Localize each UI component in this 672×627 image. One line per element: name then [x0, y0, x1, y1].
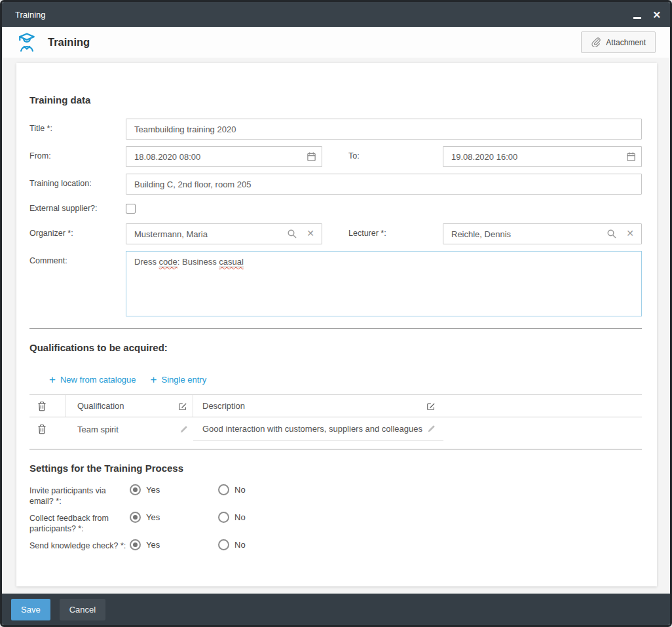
external-supplier-label: External supplier?: [29, 204, 126, 213]
setting-row-knowledge: Send knowledge check? *: Yes No [29, 539, 642, 567]
comment-misspelled-word: code [159, 257, 177, 267]
settings-group: Invite participants via email? *: Yes No… [29, 484, 642, 567]
comment-textarea[interactable]: Dress code: Business casual [126, 251, 642, 316]
minimize-button[interactable] [633, 8, 642, 21]
comment-misspelled-word: casual [219, 257, 244, 267]
title-label: Title *: [29, 119, 126, 133]
knowledge-label: Send knowledge check? *: [29, 539, 128, 551]
single-entry-link[interactable]: + Single entry [151, 374, 207, 385]
radio-icon[interactable] [218, 512, 229, 523]
setting-row-feedback: Collect feedback from participants? *: Y… [29, 512, 642, 539]
feedback-label: Collect feedback from participants? *: [29, 512, 128, 535]
qualification-row: Team spirit Good interaction with custom… [29, 417, 642, 441]
delete-row-icon[interactable] [37, 424, 47, 434]
window-title: Training [15, 10, 45, 20]
setting-row-invite: Invite participants via email? *: Yes No [29, 484, 642, 512]
option-label: Yes [146, 512, 160, 522]
from-calendar-icon[interactable] [307, 151, 316, 164]
attachment-button[interactable]: Attachment [581, 31, 656, 53]
invite-label: Invite participants via email? *: [29, 484, 128, 507]
comment-row: Comment: Dress code: Business casual [29, 251, 642, 316]
lecturer-search-icon[interactable] [607, 229, 617, 242]
radio-icon[interactable] [218, 484, 229, 495]
edit-qualification-column-icon[interactable] [178, 402, 187, 411]
section-settings: Settings for the Training Process [29, 463, 642, 474]
comment-text: : Business [177, 257, 219, 267]
option-label: No [234, 540, 246, 550]
title-row: Title *: [29, 119, 642, 140]
content-area: Training data Title *: From: [2, 58, 670, 594]
single-entry-label: Single entry [162, 375, 207, 385]
location-input[interactable] [126, 174, 642, 195]
qualification-column-header: Qualification [77, 401, 124, 411]
location-row: Training location: [29, 174, 642, 195]
section-divider [29, 449, 642, 449]
cancel-button[interactable]: Cancel [60, 599, 105, 620]
lecturer-label: Lecturer *: [348, 223, 443, 238]
plus-icon: + [49, 374, 56, 385]
option-label: Yes [146, 540, 160, 550]
description-column-header: Description [202, 401, 245, 411]
from-label: From: [29, 146, 126, 161]
titlebar: Training ✕ [2, 2, 670, 27]
external-supplier-row: External supplier?: [29, 201, 642, 216]
plus-icon: + [151, 374, 157, 385]
location-label: Training location: [29, 174, 126, 188]
comment-label: Comment: [29, 251, 126, 265]
section-training-data: Training data [29, 94, 642, 105]
footer-bar: Save Cancel [2, 594, 670, 625]
new-from-catalogue-label: New from catalogue [60, 375, 136, 385]
new-from-catalogue-link[interactable]: + New from catalogue [49, 374, 136, 385]
form-card: Training data Title *: From: [16, 63, 657, 586]
to-label: To: [348, 146, 443, 161]
option-label: Yes [146, 485, 160, 495]
feedback-no-option[interactable]: No [218, 512, 307, 523]
page-header: Training Attachment [2, 27, 670, 58]
qualification-actions: + New from catalogue + Single entry [29, 374, 642, 385]
window-controls: ✕ [633, 8, 661, 21]
training-window: Training ✕ Training Attachment [0, 0, 672, 627]
invite-yes-option[interactable]: Yes [130, 484, 218, 495]
radio-icon[interactable] [218, 539, 229, 550]
option-label: No [234, 485, 246, 495]
organizer-search-icon[interactable] [287, 229, 297, 242]
people-row: Organizer *: ✕ Lecturer *: [29, 223, 642, 244]
save-button[interactable]: Save [11, 599, 50, 620]
feedback-yes-option[interactable]: Yes [130, 512, 218, 523]
edit-description-icon[interactable] [427, 425, 436, 433]
qualifications-table: Qualification Description [29, 394, 642, 441]
table-header-row: Qualification Description [29, 395, 642, 417]
attachment-label: Attachment [606, 38, 646, 47]
page-title: Training [48, 36, 90, 48]
date-row: From: To: [29, 146, 642, 167]
title-input[interactable] [126, 119, 642, 140]
radio-icon[interactable] [130, 539, 141, 550]
to-input[interactable] [443, 146, 642, 167]
delete-all-icon[interactable] [37, 401, 47, 411]
edit-description-column-icon[interactable] [426, 402, 436, 411]
option-label: No [234, 512, 246, 522]
lecturer-clear-icon[interactable]: ✕ [626, 228, 634, 238]
organizer-label: Organizer *: [29, 223, 126, 238]
to-calendar-icon[interactable] [626, 151, 636, 164]
description-cell: Good interaction with customers, supplie… [202, 424, 422, 434]
comment-text: Dress [134, 257, 159, 267]
knowledge-no-option[interactable]: No [218, 539, 307, 550]
knowledge-yes-option[interactable]: Yes [130, 539, 218, 550]
external-supplier-checkbox[interactable] [126, 204, 136, 214]
edit-qualification-icon[interactable] [179, 425, 188, 434]
paperclip-icon [591, 37, 601, 47]
training-icon [18, 32, 36, 52]
organizer-clear-icon[interactable]: ✕ [307, 228, 314, 238]
section-divider [29, 328, 642, 329]
invite-no-option[interactable]: No [218, 484, 307, 495]
qualification-cell: Team spirit [77, 425, 119, 434]
radio-icon[interactable] [130, 484, 141, 495]
close-button[interactable]: ✕ [652, 10, 661, 20]
from-input[interactable] [126, 146, 322, 167]
section-qualifications: Qualifications to be acquired: [29, 342, 642, 353]
radio-icon[interactable] [130, 512, 141, 523]
